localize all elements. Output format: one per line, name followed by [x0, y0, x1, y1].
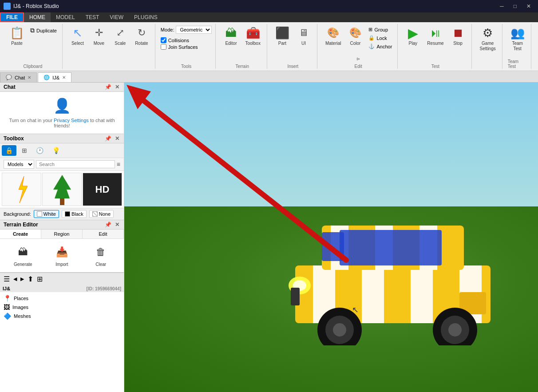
collisions-checkbox[interactable]: Collisions — [161, 37, 212, 43]
toolbox-item-3[interactable]: HD — [83, 173, 122, 206]
window-minimize[interactable]: ─ — [496, 3, 507, 9]
chat-panel-pin[interactable]: 📌 — [104, 84, 112, 90]
edit-group: 🎨 Material 🎨 Color ⊞ Group 🔒 Lock ⚓ Anch… — [319, 24, 398, 69]
places-icon: 📍 — [4, 295, 11, 302]
toolbox-tab-inventory[interactable]: 🔒 — [2, 145, 16, 156]
nav-up-button[interactable]: ⬆ — [28, 275, 33, 283]
rotate-button[interactable]: ↻ Rotate — [132, 24, 151, 48]
nav-forward-button[interactable]: ▶ — [20, 276, 24, 282]
home-menu-button[interactable]: HOME — [24, 12, 51, 22]
explorer-item-meshes[interactable]: 🔷 Meshes — [2, 312, 122, 321]
terrain-clear-tool[interactable]: 🗑 Clear — [83, 244, 119, 267]
clipboard-group: 📋 Paste ⧉ Duplicate Clipboard — [4, 24, 63, 69]
toolbox-panel-pin[interactable]: 📌 — [104, 135, 112, 142]
window-maximize[interactable]: □ — [510, 3, 520, 9]
toolbox-item-2[interactable] — [42, 173, 82, 206]
privacy-settings-link[interactable]: Privacy Settings — [54, 118, 89, 123]
terrain-panel-pin[interactable]: 📌 — [104, 222, 112, 228]
terrain-import-tool[interactable]: 📥 Import — [44, 244, 80, 267]
move-button[interactable]: ✛ Move — [89, 24, 109, 48]
file-menu-button[interactable]: FILE — [0, 12, 24, 22]
chat-tab-close[interactable]: ✕ — [28, 75, 31, 80]
chat-tab[interactable]: 💬 Chat ✕ — [0, 72, 37, 82]
toolbox-panel-title: Toolbox — [4, 135, 24, 142]
app-icon — [4, 3, 11, 10]
duplicate-button[interactable]: ⧉ Duplicate — [28, 26, 59, 35]
workspace-tab-close[interactable]: ✕ — [62, 75, 66, 80]
stop-button[interactable]: ⏹ Stop — [448, 24, 468, 48]
nav-menu-button[interactable]: ☰ — [4, 275, 10, 283]
model-menu-button[interactable]: MODEL — [51, 12, 80, 22]
chat-empty-icon: 👤 — [5, 97, 119, 114]
game-settings-button[interactable]: ⚙ Game Settings — [477, 24, 498, 53]
ui-button[interactable]: 🖥 UI — [294, 24, 313, 48]
toolbox-ribbon-button[interactable]: 🧰 Toolbox — [242, 24, 263, 48]
color-button[interactable]: 🎨 Color — [345, 24, 365, 48]
toolbox-filter-button[interactable]: ≡ — [117, 161, 120, 168]
tools-group: Mode: Geometric Physical Collisions Join… — [157, 24, 216, 69]
nav-grid-button[interactable]: ⊞ — [37, 275, 43, 283]
play-button[interactable]: ▶ Play — [403, 24, 423, 48]
toolbox-search-row: Models Images Meshes Audio Videos ≡ — [0, 158, 124, 171]
ribbon: 📋 Paste ⧉ Duplicate Clipboard ↖ Select ✛… — [0, 22, 538, 71]
terrain-generate-tool[interactable]: 🏔 Generate — [5, 244, 41, 267]
car-container — [260, 168, 517, 345]
workspace-tab[interactable]: 🌐 IJ& ✕ — [38, 72, 71, 82]
explorer-item-images[interactable]: 🖼 Images — [2, 303, 122, 312]
background-none-button[interactable]: None — [89, 210, 114, 218]
viewport[interactable]: ↖ — [124, 83, 538, 392]
background-white-button[interactable]: White — [34, 210, 59, 218]
terrain-panel-close[interactable]: ✕ — [114, 222, 120, 228]
terrain-tabs: Create Region Edit — [0, 230, 124, 239]
terrain-tab-edit[interactable]: Edit — [83, 230, 124, 238]
scale-button[interactable]: ⤢ Scale — [111, 24, 130, 48]
select-button[interactable]: ↖ Select — [68, 24, 87, 48]
terrain-editor-panel: Terrain Editor 📌 ✕ Create Region Edit 🏔 … — [0, 220, 124, 273]
team-test-button[interactable]: 👥 Team Test — [508, 24, 527, 53]
resume-button[interactable]: ⏯ Resume — [424, 24, 446, 48]
svg-marker-2 — [53, 175, 71, 198]
terrain-tab-region[interactable]: Region — [41, 230, 83, 238]
editor-button[interactable]: 🏔 Editor — [221, 24, 241, 48]
toolbox-tab-recent[interactable]: 🕐 — [32, 145, 47, 156]
group-button[interactable]: ⊞ Group — [367, 26, 394, 33]
workspace-tab-icon: 🌐 — [44, 75, 50, 80]
chat-panel-title: Chat — [4, 84, 16, 90]
test-menu-button[interactable]: TEST — [80, 12, 105, 22]
left-panels: Chat 📌 ✕ 👤 Turn on chat in your Privacy … — [0, 83, 124, 392]
lock-button[interactable]: 🔒 Lock — [367, 34, 394, 42]
explorer-item-places[interactable]: 📍 Places — [2, 294, 122, 303]
anchor-button[interactable]: ⚓ Anchor — [367, 43, 394, 50]
chat-panel: Chat 📌 ✕ 👤 Turn on chat in your Privacy … — [0, 83, 124, 134]
background-black-button[interactable]: Black — [62, 210, 87, 218]
tools-transform-group: ↖ Select ✛ Move ⤢ Scale ↻ Rotate — [64, 24, 155, 69]
chat-tab-icon: 💬 — [6, 75, 12, 80]
terrain-tools: 🏔 Generate 📥 Import 🗑 Clear — [0, 239, 124, 272]
chat-empty-text: Turn on chat in your Privacy Settings to… — [5, 118, 119, 128]
toolbox-tabs: 🔒 ⊞ 🕐 💡 — [0, 143, 124, 158]
material-button[interactable]: 🎨 Material — [323, 24, 344, 48]
terrain-panel-header: Terrain Editor 📌 ✕ — [0, 220, 124, 230]
toolbox-tab-suggested[interactable]: 💡 — [49, 145, 63, 156]
toolbox-grid: HD — [0, 171, 124, 208]
chat-body: 👤 Turn on chat in your Privacy Settings … — [0, 92, 124, 134]
join-surfaces-checkbox[interactable]: Join Surfaces — [161, 44, 212, 50]
tabs-bar: 💬 Chat ✕ 🌐 IJ& ✕ — [0, 71, 538, 83]
toolbox-panel: Toolbox 📌 ✕ 🔒 ⊞ 🕐 💡 Models Images Meshes — [0, 134, 124, 220]
toolbox-panel-close[interactable]: ✕ — [114, 135, 120, 142]
chat-panel-close[interactable]: ✕ — [114, 84, 120, 90]
mode-select[interactable]: Geometric Physical — [176, 26, 212, 34]
toolbox-search-input[interactable] — [36, 160, 115, 168]
nav-back-button[interactable]: ◀ — [13, 276, 17, 282]
paste-button[interactable]: 📋 Paste — [7, 24, 27, 48]
toolbox-item-1[interactable] — [2, 173, 41, 206]
part-button[interactable]: ⬛ Part — [273, 24, 292, 48]
test-group: ▶ Play ⏯ Resume ⏹ Stop Test — [400, 24, 471, 69]
plugins-menu-button[interactable]: PLUGINS — [129, 12, 163, 22]
toolbox-tab-marketplace[interactable]: ⊞ — [18, 145, 31, 156]
view-menu-button[interactable]: VIEW — [104, 12, 129, 22]
chat-panel-header: Chat 📌 ✕ — [0, 83, 124, 92]
window-close[interactable]: ✕ — [523, 3, 534, 9]
toolbox-category-dropdown[interactable]: Models Images Meshes Audio Videos — [4, 160, 34, 169]
terrain-tab-create[interactable]: Create — [0, 230, 41, 238]
